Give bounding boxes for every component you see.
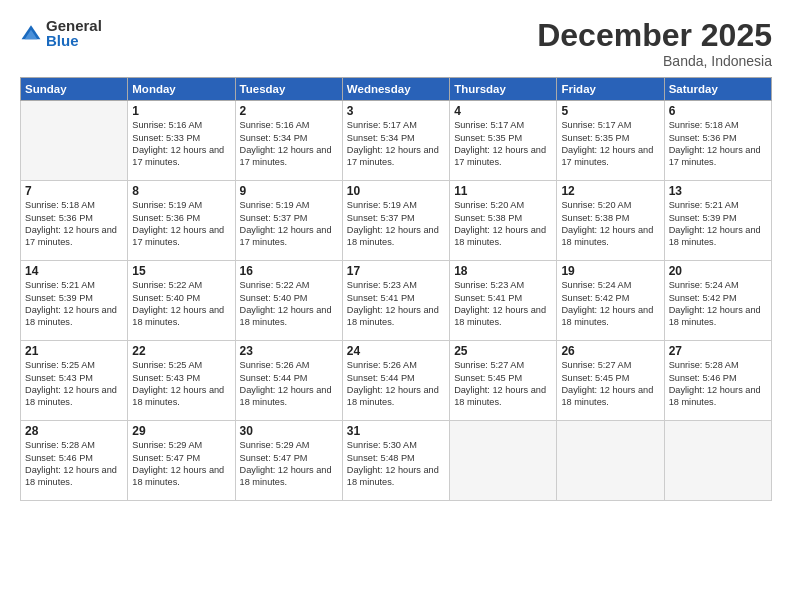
day-cell: 17Sunrise: 5:23 AM Sunset: 5:41 PM Dayli… — [342, 261, 449, 341]
day-info: Sunrise: 5:16 AM Sunset: 5:34 PM Dayligh… — [240, 119, 338, 169]
col-saturday: Saturday — [664, 78, 771, 101]
day-number: 8 — [132, 184, 230, 198]
day-number: 27 — [669, 344, 767, 358]
day-info: Sunrise: 5:19 AM Sunset: 5:37 PM Dayligh… — [240, 199, 338, 249]
day-cell: 28Sunrise: 5:28 AM Sunset: 5:46 PM Dayli… — [21, 421, 128, 501]
day-number: 24 — [347, 344, 445, 358]
day-number: 23 — [240, 344, 338, 358]
day-cell: 26Sunrise: 5:27 AM Sunset: 5:45 PM Dayli… — [557, 341, 664, 421]
day-number: 10 — [347, 184, 445, 198]
col-tuesday: Tuesday — [235, 78, 342, 101]
day-number: 22 — [132, 344, 230, 358]
header-row: Sunday Monday Tuesday Wednesday Thursday… — [21, 78, 772, 101]
title-block: December 2025 Banda, Indonesia — [537, 18, 772, 69]
day-info: Sunrise: 5:27 AM Sunset: 5:45 PM Dayligh… — [454, 359, 552, 409]
day-cell — [21, 101, 128, 181]
day-cell: 11Sunrise: 5:20 AM Sunset: 5:38 PM Dayli… — [450, 181, 557, 261]
day-number: 9 — [240, 184, 338, 198]
day-cell: 24Sunrise: 5:26 AM Sunset: 5:44 PM Dayli… — [342, 341, 449, 421]
day-cell: 5Sunrise: 5:17 AM Sunset: 5:35 PM Daylig… — [557, 101, 664, 181]
day-number: 25 — [454, 344, 552, 358]
day-number: 28 — [25, 424, 123, 438]
day-cell: 18Sunrise: 5:23 AM Sunset: 5:41 PM Dayli… — [450, 261, 557, 341]
day-number: 26 — [561, 344, 659, 358]
day-number: 13 — [669, 184, 767, 198]
day-cell: 9Sunrise: 5:19 AM Sunset: 5:37 PM Daylig… — [235, 181, 342, 261]
day-info: Sunrise: 5:18 AM Sunset: 5:36 PM Dayligh… — [25, 199, 123, 249]
day-info: Sunrise: 5:20 AM Sunset: 5:38 PM Dayligh… — [561, 199, 659, 249]
logo-text: General Blue — [46, 18, 102, 48]
day-number: 7 — [25, 184, 123, 198]
day-cell: 31Sunrise: 5:30 AM Sunset: 5:48 PM Dayli… — [342, 421, 449, 501]
day-info: Sunrise: 5:21 AM Sunset: 5:39 PM Dayligh… — [25, 279, 123, 329]
day-number: 16 — [240, 264, 338, 278]
week-row-5: 28Sunrise: 5:28 AM Sunset: 5:46 PM Dayli… — [21, 421, 772, 501]
logo: General Blue — [20, 18, 102, 48]
day-info: Sunrise: 5:17 AM Sunset: 5:34 PM Dayligh… — [347, 119, 445, 169]
day-cell: 15Sunrise: 5:22 AM Sunset: 5:40 PM Dayli… — [128, 261, 235, 341]
day-cell: 14Sunrise: 5:21 AM Sunset: 5:39 PM Dayli… — [21, 261, 128, 341]
day-info: Sunrise: 5:20 AM Sunset: 5:38 PM Dayligh… — [454, 199, 552, 249]
week-row-2: 7Sunrise: 5:18 AM Sunset: 5:36 PM Daylig… — [21, 181, 772, 261]
week-row-1: 1Sunrise: 5:16 AM Sunset: 5:33 PM Daylig… — [21, 101, 772, 181]
day-number: 18 — [454, 264, 552, 278]
day-number: 30 — [240, 424, 338, 438]
day-number: 21 — [25, 344, 123, 358]
day-info: Sunrise: 5:25 AM Sunset: 5:43 PM Dayligh… — [25, 359, 123, 409]
day-number: 14 — [25, 264, 123, 278]
day-info: Sunrise: 5:29 AM Sunset: 5:47 PM Dayligh… — [240, 439, 338, 489]
subtitle: Banda, Indonesia — [537, 53, 772, 69]
day-cell: 3Sunrise: 5:17 AM Sunset: 5:34 PM Daylig… — [342, 101, 449, 181]
day-info: Sunrise: 5:25 AM Sunset: 5:43 PM Dayligh… — [132, 359, 230, 409]
day-info: Sunrise: 5:26 AM Sunset: 5:44 PM Dayligh… — [347, 359, 445, 409]
week-row-4: 21Sunrise: 5:25 AM Sunset: 5:43 PM Dayli… — [21, 341, 772, 421]
day-number: 20 — [669, 264, 767, 278]
day-number: 1 — [132, 104, 230, 118]
day-cell: 10Sunrise: 5:19 AM Sunset: 5:37 PM Dayli… — [342, 181, 449, 261]
day-number: 6 — [669, 104, 767, 118]
day-cell: 25Sunrise: 5:27 AM Sunset: 5:45 PM Dayli… — [450, 341, 557, 421]
day-info: Sunrise: 5:16 AM Sunset: 5:33 PM Dayligh… — [132, 119, 230, 169]
month-title: December 2025 — [537, 18, 772, 53]
day-info: Sunrise: 5:18 AM Sunset: 5:36 PM Dayligh… — [669, 119, 767, 169]
day-cell: 4Sunrise: 5:17 AM Sunset: 5:35 PM Daylig… — [450, 101, 557, 181]
day-number: 31 — [347, 424, 445, 438]
day-cell: 29Sunrise: 5:29 AM Sunset: 5:47 PM Dayli… — [128, 421, 235, 501]
day-cell: 8Sunrise: 5:19 AM Sunset: 5:36 PM Daylig… — [128, 181, 235, 261]
day-number: 11 — [454, 184, 552, 198]
day-number: 3 — [347, 104, 445, 118]
day-cell: 16Sunrise: 5:22 AM Sunset: 5:40 PM Dayli… — [235, 261, 342, 341]
day-info: Sunrise: 5:19 AM Sunset: 5:36 PM Dayligh… — [132, 199, 230, 249]
col-sunday: Sunday — [21, 78, 128, 101]
day-number: 12 — [561, 184, 659, 198]
day-number: 4 — [454, 104, 552, 118]
day-info: Sunrise: 5:30 AM Sunset: 5:48 PM Dayligh… — [347, 439, 445, 489]
day-cell: 6Sunrise: 5:18 AM Sunset: 5:36 PM Daylig… — [664, 101, 771, 181]
day-info: Sunrise: 5:29 AM Sunset: 5:47 PM Dayligh… — [132, 439, 230, 489]
day-info: Sunrise: 5:21 AM Sunset: 5:39 PM Dayligh… — [669, 199, 767, 249]
day-cell: 30Sunrise: 5:29 AM Sunset: 5:47 PM Dayli… — [235, 421, 342, 501]
col-monday: Monday — [128, 78, 235, 101]
day-info: Sunrise: 5:23 AM Sunset: 5:41 PM Dayligh… — [454, 279, 552, 329]
day-cell — [664, 421, 771, 501]
day-cell: 13Sunrise: 5:21 AM Sunset: 5:39 PM Dayli… — [664, 181, 771, 261]
day-cell: 1Sunrise: 5:16 AM Sunset: 5:33 PM Daylig… — [128, 101, 235, 181]
week-row-3: 14Sunrise: 5:21 AM Sunset: 5:39 PM Dayli… — [21, 261, 772, 341]
day-info: Sunrise: 5:17 AM Sunset: 5:35 PM Dayligh… — [561, 119, 659, 169]
logo-general-text: General — [46, 18, 102, 33]
day-cell: 2Sunrise: 5:16 AM Sunset: 5:34 PM Daylig… — [235, 101, 342, 181]
day-info: Sunrise: 5:19 AM Sunset: 5:37 PM Dayligh… — [347, 199, 445, 249]
day-number: 2 — [240, 104, 338, 118]
day-info: Sunrise: 5:28 AM Sunset: 5:46 PM Dayligh… — [669, 359, 767, 409]
day-cell: 20Sunrise: 5:24 AM Sunset: 5:42 PM Dayli… — [664, 261, 771, 341]
day-cell: 23Sunrise: 5:26 AM Sunset: 5:44 PM Dayli… — [235, 341, 342, 421]
day-cell — [450, 421, 557, 501]
logo-blue-text: Blue — [46, 33, 102, 48]
day-info: Sunrise: 5:17 AM Sunset: 5:35 PM Dayligh… — [454, 119, 552, 169]
day-info: Sunrise: 5:23 AM Sunset: 5:41 PM Dayligh… — [347, 279, 445, 329]
day-info: Sunrise: 5:22 AM Sunset: 5:40 PM Dayligh… — [132, 279, 230, 329]
calendar: Sunday Monday Tuesday Wednesday Thursday… — [20, 77, 772, 501]
day-cell: 19Sunrise: 5:24 AM Sunset: 5:42 PM Dayli… — [557, 261, 664, 341]
day-cell: 12Sunrise: 5:20 AM Sunset: 5:38 PM Dayli… — [557, 181, 664, 261]
col-wednesday: Wednesday — [342, 78, 449, 101]
